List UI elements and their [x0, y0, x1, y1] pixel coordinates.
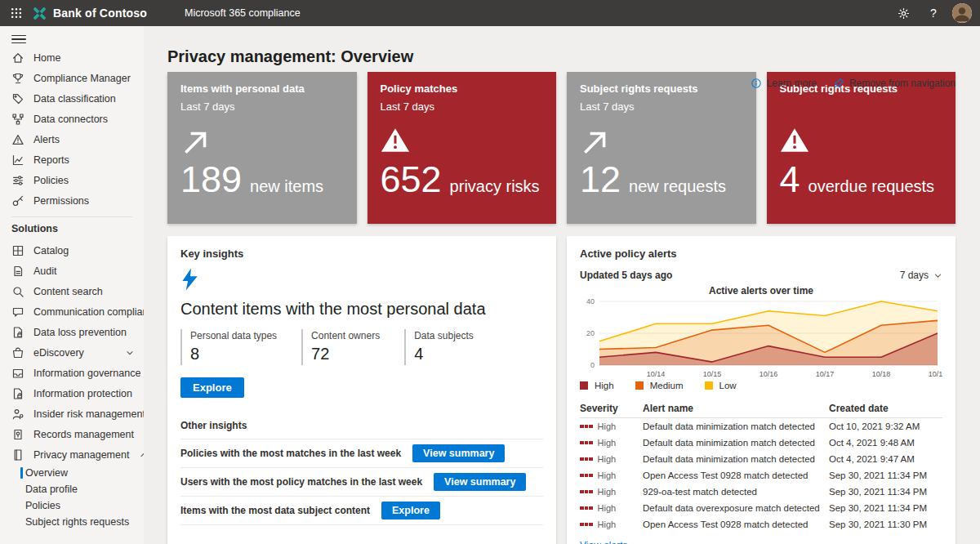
sidebar-item-permissions[interactable]: Permissions: [0, 190, 144, 211]
sidebar-privacy-subnav: OverviewData profilePoliciesSubject righ…: [0, 465, 144, 530]
sidebar-subitem-overview[interactable]: Overview: [0, 465, 144, 481]
solutions-label: Solutions: [0, 217, 144, 240]
active-alerts-chart: 0204010/1410/1510/1610/1710/1810/19: [580, 297, 942, 380]
sliders-icon: [11, 174, 24, 187]
catalog-icon: [11, 244, 24, 257]
sidebar-item-information-protection[interactable]: Information protection: [0, 383, 144, 404]
summary-card-policy-matches[interactable]: Policy matchesLast 7 days652privacy risk…: [368, 72, 557, 224]
sidebar-item-insider-risk-management[interactable]: Insider risk management: [0, 404, 144, 424]
alert-row[interactable]: HighOpen Access Test 0928 match detected…: [580, 467, 942, 484]
help-button[interactable]: ?: [920, 0, 947, 26]
view-summary-button[interactable]: View summary: [412, 444, 505, 462]
sidebar-item-data-classification[interactable]: Data classification: [0, 88, 144, 109]
severity-cell: High: [580, 503, 643, 513]
chat-icon: [11, 305, 24, 319]
sidebar-item-alerts[interactable]: Alerts: [0, 129, 144, 149]
sidebar-nav-solutions: CatalogAuditContent searchCommunication …: [0, 240, 144, 465]
other-insight-text: Policies with the most matches in the la…: [180, 448, 401, 459]
sidebar-item-communication-compliance[interactable]: Communication compliance: [0, 301, 144, 322]
tag-icon: [11, 92, 24, 105]
alert-row[interactable]: HighOpen Access Test 0928 match detected…: [580, 516, 942, 533]
summary-card-subject-rights-requests[interactable]: Subject rights requests4overdue requests: [767, 72, 956, 224]
sidebar-item-reports[interactable]: Reports: [0, 149, 144, 170]
search-icon: [11, 285, 24, 298]
severity-cell: High: [580, 454, 643, 464]
legend-swatch-icon: [635, 381, 644, 390]
key-insights-stats: Personal data types8Content owners72Data…: [180, 329, 543, 365]
legend-low: Low: [705, 381, 737, 390]
svg-text:20: 20: [586, 329, 595, 337]
settings-button[interactable]: [887, 0, 920, 26]
sidebar-item-data-loss-prevention[interactable]: Data loss prevention: [0, 322, 144, 342]
stat-content-owners: Content owners72: [301, 329, 380, 365]
sidebar-item-catalog[interactable]: Catalog: [0, 240, 144, 261]
chevron-up-icon: [138, 449, 144, 461]
sidebar-subitem-data-profile[interactable]: Data profile: [0, 481, 144, 497]
time-range-dropdown[interactable]: 7 days: [900, 270, 942, 281]
other-insight-text: Items with the most data subject content: [180, 505, 370, 516]
sidebar-item-content-search[interactable]: Content search: [0, 281, 144, 301]
legend-swatch-icon: [705, 381, 713, 390]
question-mark-icon: ?: [930, 7, 937, 20]
sidebar-item-data-connectors[interactable]: Data connectors: [0, 109, 144, 129]
chart-legend: HighMediumLow: [580, 381, 942, 390]
learn-more-link[interactable]: Learn more: [751, 78, 817, 89]
stat-value: 8: [190, 345, 277, 363]
alert-row[interactable]: High929-oa-test match detectedSep 30, 20…: [580, 484, 942, 500]
nav-collapse-button[interactable]: [11, 33, 26, 46]
severity-cell: High: [580, 487, 643, 497]
sidebar-item-records-management[interactable]: Records management: [0, 424, 144, 444]
sidebar-item-information-governance[interactable]: Information governance: [0, 363, 144, 383]
person-icon: [11, 408, 24, 421]
sidebar-item-label: Policies: [33, 175, 69, 186]
stat-label: Data subjects: [414, 330, 474, 341]
alert-row[interactable]: HighDefault data overexposure match dete…: [580, 500, 942, 516]
alert-name: Default data overexposure match detected: [643, 503, 829, 513]
stat-label: Content owners: [311, 330, 380, 341]
remove-from-navigation-link[interactable]: Remove from navigation: [833, 78, 956, 89]
updated-label: Updated 5 days ago: [580, 270, 672, 281]
created-date: Oct 10, 2021 9:32 AM: [829, 421, 942, 431]
sidebar-item-policies[interactable]: Policies: [0, 170, 144, 190]
app-title: Microsoft 365 compliance: [185, 7, 301, 19]
card-value-label: overdue requests: [808, 177, 935, 196]
alert-row[interactable]: HighDefault data minimization match dete…: [580, 435, 942, 451]
sidebar-item-privacy-management[interactable]: Privacy management: [0, 444, 144, 465]
svg-text:10/14: 10/14: [647, 370, 666, 378]
view-alerts-link[interactable]: View alerts: [580, 540, 627, 544]
alert-row[interactable]: HighDefault data minimization match dete…: [580, 418, 942, 435]
sidebar-item-home[interactable]: Home: [0, 47, 144, 68]
sidebar-item-label: Data loss prevention: [33, 327, 127, 338]
severity-label: High: [598, 454, 617, 464]
summary-card-items-with-personal-data[interactable]: Items with personal dataLast 7 days189ne…: [167, 72, 357, 224]
other-insight-row: Policies with the most matches in the la…: [180, 439, 543, 468]
severity-high-icon: [580, 441, 593, 445]
legend-label: High: [595, 381, 614, 390]
alert-row[interactable]: HighDefault data minimization match dete…: [580, 451, 942, 467]
sidebar-item-compliance-manager[interactable]: Compliance Manager: [0, 68, 144, 88]
view-summary-button[interactable]: View summary: [434, 473, 526, 491]
brand[interactable]: Bank of Contoso: [33, 7, 147, 20]
sidebar-item-label: Content search: [33, 286, 103, 297]
sidebar-subitem-policies[interactable]: Policies: [0, 497, 144, 514]
sidebar-item-label: Data connectors: [33, 114, 108, 125]
card-subtitle: [780, 100, 943, 113]
sidebar-item-audit[interactable]: Audit: [0, 261, 144, 281]
summary-card-subject-rights-requests[interactable]: Subject rights requestsLast 7 days12new …: [567, 72, 756, 224]
created-date: Sep 30, 2021 11:34 PM: [829, 487, 942, 497]
org-name: Bank of Contoso: [53, 7, 147, 20]
key-icon: [11, 194, 24, 207]
severity-cell: High: [580, 519, 643, 529]
severity-label: High: [598, 421, 617, 431]
sidebar-subitem-subject-rights-requests[interactable]: Subject rights requests: [0, 514, 144, 530]
avatar[interactable]: [952, 3, 972, 23]
sidebar-item-ediscovery[interactable]: eDiscovery: [0, 342, 144, 363]
created-date: Sep 30, 2021 11:34 PM: [829, 470, 942, 480]
explore-button[interactable]: Explore: [180, 377, 244, 398]
app-launcher-button[interactable]: [0, 0, 33, 26]
alerts-table-body: HighDefault data minimization match dete…: [580, 418, 942, 533]
severity-label: High: [598, 438, 617, 448]
explore-button[interactable]: Explore: [381, 502, 440, 519]
sidebar-item-label: Catalog: [33, 245, 69, 256]
alert-name: Open Access Test 0928 match detected: [643, 519, 829, 529]
